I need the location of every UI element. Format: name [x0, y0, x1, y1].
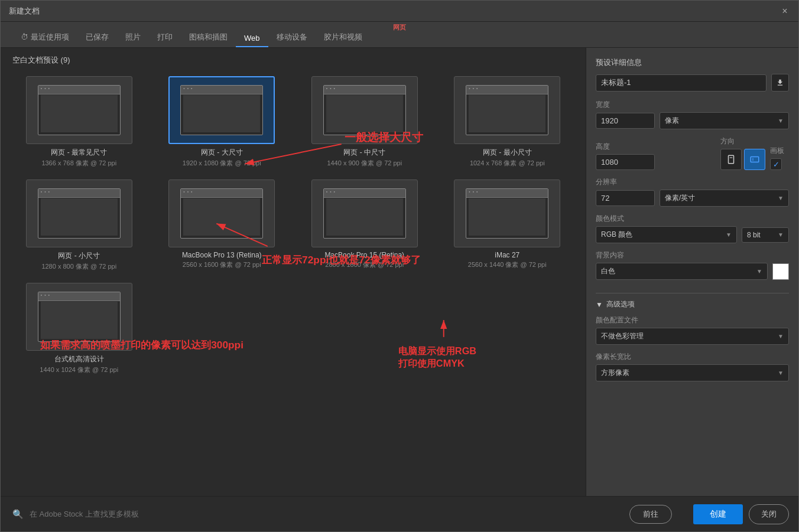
- color-depth-select[interactable]: 8 bit ▼: [742, 227, 789, 243]
- title-bar: 新建文档 ×: [1, 1, 798, 22]
- browser-content-8: [41, 302, 118, 339]
- template-size-3: 1024 x 768 像素 @ 72 ppi: [470, 159, 545, 168]
- width-unit-select[interactable]: 像素 ▼: [660, 112, 789, 129]
- create-button[interactable]: 创建: [693, 504, 743, 524]
- height-label: 高度: [596, 142, 716, 152]
- main-content: 空白文档预设 (9) 网页 - 最常见尺寸 1366 x 768 像素: [1, 48, 798, 496]
- template-name-7: iMac 27: [495, 251, 519, 259]
- bottom-btn-section: 创建 关闭: [684, 504, 798, 524]
- template-item-8[interactable]: 台式机高清设计 1440 x 1024 像素 @ 72 ppi: [12, 283, 146, 374]
- browser-mock-5: [180, 188, 263, 239]
- portrait-button[interactable]: [720, 149, 742, 170]
- browser-content-0: [41, 95, 118, 132]
- title-row: [596, 74, 789, 92]
- tab-film[interactable]: 胶片和视频: [316, 27, 371, 47]
- browser-mock-0: [38, 85, 121, 135]
- template-name-2: 网页 - 中尺寸: [343, 148, 385, 158]
- template-name-0: 网页 - 最常见尺寸: [51, 148, 107, 158]
- landscape-button[interactable]: [744, 149, 765, 170]
- templates-area[interactable]: 网页 - 最常见尺寸 1366 x 768 像素 @ 72 ppi 网页 - 大…: [1, 70, 586, 496]
- height-input[interactable]: [596, 154, 655, 170]
- stock-search-input[interactable]: [30, 510, 623, 518]
- dialog-title: 新建文档: [9, 6, 40, 17]
- template-item-6[interactable]: MacBook Pro 15 (Retina) 2880 x 1800 像素 @…: [298, 179, 431, 271]
- save-preset-button[interactable]: [771, 74, 789, 92]
- template-item-7[interactable]: iMac 27 2560 x 1440 像素 @ 72 ppi: [441, 179, 574, 271]
- resolution-input[interactable]: [596, 190, 655, 206]
- section-title: 空白文档预设 (9): [1, 48, 586, 70]
- browser-mock-3: [466, 85, 548, 135]
- tab-illustration[interactable]: 图稿和插图: [181, 27, 236, 47]
- resolution-row: 像素/英寸 ▼: [596, 190, 789, 207]
- bg-color-swatch[interactable]: [772, 263, 789, 280]
- template-thumb-5: [168, 179, 275, 247]
- chevron-down-icon-7: ▼: [778, 333, 784, 340]
- template-item-1[interactable]: 网页 - 大尺寸 1920 x 1080 像素 @ 72 ppi: [155, 76, 289, 168]
- template-name-3: 网页 - 最小尺寸: [483, 148, 532, 158]
- pixel-ratio-label: 像素长宽比: [596, 352, 789, 362]
- template-size-2: 1440 x 900 像素 @ 72 ppi: [327, 159, 402, 168]
- bottom-search-section: 🔍 前往: [1, 505, 684, 524]
- template-size-6: 2880 x 1800 像素 @ 72 ppi: [325, 260, 404, 269]
- advanced-options-toggle[interactable]: ▼ 高级选项: [596, 299, 789, 309]
- chevron-down-icon-2: ▼: [778, 195, 784, 201]
- tab-bar: 网页 ⏱最近使用项 已保存 照片 打印 图稿和插图 Web 移动设备 胶片和视频: [1, 22, 798, 48]
- template-item-2[interactable]: 网页 - 中尺寸 1440 x 900 像素 @ 72 ppi: [298, 76, 431, 168]
- tab-annotation-label: 网页: [393, 23, 406, 32]
- width-input[interactable]: [596, 113, 655, 129]
- template-name-4: 网页 - 小尺寸: [58, 251, 100, 261]
- tab-saved[interactable]: 已保存: [77, 27, 117, 47]
- browser-content-4: [41, 198, 118, 236]
- browser-content-2: [326, 95, 403, 132]
- browser-content-5: [183, 198, 260, 236]
- svg-rect-9: [729, 155, 734, 164]
- browser-mock-8: [38, 292, 121, 342]
- canvas-label: 画板: [770, 146, 789, 156]
- template-item-0[interactable]: 网页 - 最常见尺寸 1366 x 768 像素 @ 72 ppi: [12, 76, 146, 168]
- template-item-3[interactable]: 网页 - 最小尺寸 1024 x 768 像素 @ 72 ppi: [441, 76, 574, 168]
- new-document-dialog: 新建文档 × 网页 ⏱最近使用项 已保存 照片 打印 图稿和插图 Web 移动设…: [0, 0, 799, 532]
- template-size-5: 2560 x 1600 像素 @ 72 ppi: [183, 260, 261, 269]
- template-thumb-1: [168, 76, 275, 144]
- browser-content-3: [469, 95, 545, 132]
- tab-print[interactable]: 打印: [149, 27, 181, 47]
- color-mode-select[interactable]: RGB 颜色 ▼: [596, 226, 737, 243]
- template-size-0: 1366 x 768 像素 @ 72 ppi: [41, 159, 116, 168]
- browser-mock-1: [180, 85, 263, 135]
- bg-label: 背景内容: [596, 250, 789, 260]
- width-row: 像素 ▼: [596, 112, 789, 129]
- color-mode-row: RGB 颜色 ▼ 8 bit ▼: [596, 226, 789, 243]
- bg-select[interactable]: 白色 ▼: [596, 263, 768, 280]
- canvas-checkbox[interactable]: ✓: [770, 158, 782, 170]
- close-button[interactable]: 关闭: [749, 504, 789, 524]
- bg-row: 白色 ▼: [596, 263, 789, 280]
- template-thumb-4: [26, 179, 132, 247]
- template-thumb-6: [311, 179, 418, 247]
- pixel-ratio-select[interactable]: 方形像素 ▼: [596, 364, 789, 381]
- template-thumb-7: [454, 179, 560, 247]
- templates-grid: 网页 - 最常见尺寸 1366 x 768 像素 @ 72 ppi 网页 - 大…: [12, 76, 574, 374]
- template-size-1: 1920 x 1080 像素 @ 72 ppi: [183, 159, 261, 168]
- pixel-ratio-row: 方形像素 ▼: [596, 364, 789, 381]
- tab-web[interactable]: Web: [236, 29, 268, 47]
- color-profile-select[interactable]: 不做色彩管理 ▼: [596, 328, 789, 345]
- goto-button[interactable]: 前往: [629, 505, 672, 524]
- browser-content-7: [469, 198, 545, 236]
- templates-wrapper: 网页 - 最常见尺寸 1366 x 768 像素 @ 72 ppi 网页 - 大…: [1, 70, 586, 496]
- tab-recent[interactable]: ⏱最近使用项: [12, 27, 77, 47]
- close-icon[interactable]: ×: [779, 6, 790, 17]
- template-name-1: 网页 - 大尺寸: [201, 148, 243, 158]
- tab-mobile[interactable]: 移动设备: [268, 27, 316, 47]
- template-item-5[interactable]: MacBook Pro 13 (Retina) 2560 x 1600 像素 @…: [155, 179, 289, 271]
- panel-section-title: 预设详细信息: [596, 57, 789, 68]
- chevron-down-icon-8: ▼: [778, 370, 784, 376]
- template-item-4[interactable]: 网页 - 小尺寸 1280 x 800 像素 @ 72 ppi: [12, 179, 146, 271]
- browser-mock-2: [323, 85, 406, 135]
- landscape-icon: [749, 154, 760, 165]
- tab-photo[interactable]: 照片: [117, 27, 149, 47]
- color-profile-row: 不做色彩管理 ▼: [596, 328, 789, 345]
- document-title-input[interactable]: [596, 74, 766, 92]
- resolution-unit-select[interactable]: 像素/英寸 ▼: [660, 190, 789, 207]
- template-thumb-3: [454, 76, 560, 144]
- resolution-label: 分辨率: [596, 177, 789, 187]
